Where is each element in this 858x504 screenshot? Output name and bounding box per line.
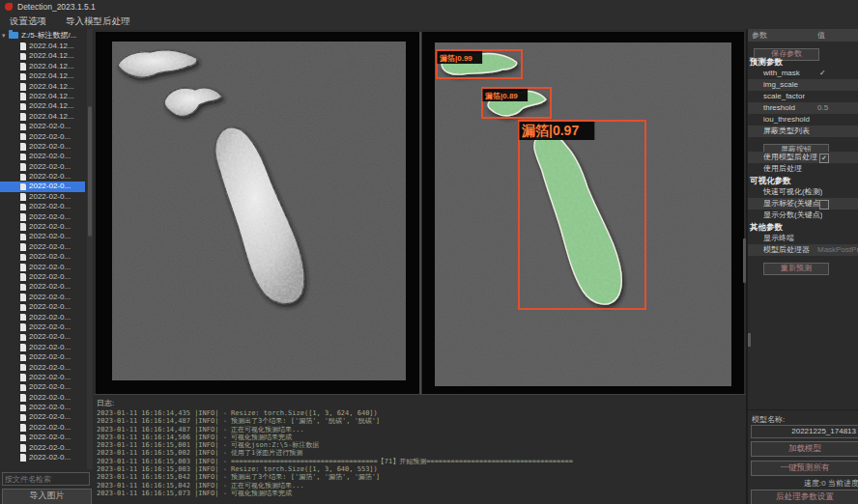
log-area[interactable]: 日志: 2023-01-11 16:16:14,435 |INFO| - Res… [94,394,746,504]
file-icon [20,354,26,362]
file-item[interactable]: 2022-02-0... [0,433,85,442]
file-item[interactable]: 2022-02-0... [0,252,85,262]
file-item-label: 2022-02-0... [29,343,71,352]
file-item[interactable]: 2022-02-0... [0,132,85,142]
param-row[interactable]: 显示分数(关键点) [748,210,858,221]
file-item[interactable]: 2022-02-0... [0,122,85,131]
param-row[interactable]: iou_threshold [748,114,858,126]
file-item[interactable]: 2022-02-0... [0,232,85,241]
image-panel-right[interactable]: 漏箔|0.99漏箔|0.89漏箔|0.97 [422,32,744,394]
file-item-label: 2022-02-0... [29,272,71,282]
param-row[interactable]: 使用后处理 [748,163,858,175]
menu-item-1[interactable]: 导入模型后处理 [56,14,140,29]
scrollbar-thumb[interactable] [88,106,92,237]
search-input[interactable] [2,472,90,486]
app-window: Detection_2023.1.5.1 设置选项导入模型后处理 ▾ Z:/5-… [0,0,858,504]
postprocess-settings-button[interactable]: 后处理参数设置 [751,490,858,504]
file-item[interactable]: 2022-02-0... [0,382,85,392]
file-icon [20,53,26,61]
file-item[interactable]: 2022-02-0... [0,393,85,403]
file-item[interactable]: 2022-02-0... [0,343,85,352]
file-item-label: 2022-02-0... [29,453,71,462]
image-panel-left[interactable] [96,32,419,394]
param-label: 屏蔽类型列表 [748,126,810,137]
file-item[interactable]: 2022-02-0... [0,443,85,453]
file-item[interactable]: 2022-02-0... [0,272,85,282]
param-row[interactable]: 显示标签(关键点) [748,198,858,210]
tree-root[interactable]: ▾ Z:/5-标注数据/... [0,29,92,42]
file-item[interactable]: 2022-02-0... [0,192,85,202]
file-item[interactable]: 2022-02-0... [0,182,85,191]
file-item[interactable]: 2022-02-0... [0,373,85,382]
param-button[interactable]: 重新预测 [763,263,829,275]
param-row[interactable]: 模型后处理器MaskPostPro [748,244,858,256]
file-item[interactable]: 2022.04.12... [0,62,85,71]
params-header: 参数 值 [748,29,858,42]
file-item[interactable]: 2022-02-0... [0,453,85,462]
window-title: Detection_2023.1.5.1 [17,2,96,12]
model-name-field[interactable]: 20221225_174813 [751,425,858,438]
file-item-label: 2022-02-0... [29,433,71,442]
params-scrollbar-thumb[interactable] [748,333,751,347]
file-item[interactable]: 2022.04.12... [0,51,85,61]
file-item[interactable]: 2022-02-0... [0,412,85,422]
file-item[interactable]: 2022-02-0... [0,152,85,161]
file-item[interactable]: 2022-02-0... [0,313,85,322]
menu-item-0[interactable]: 设置选项 [0,14,56,29]
param-row[interactable]: 使用模型后处理✓ [748,152,858,163]
chevron-down-icon[interactable]: ▾ [2,29,9,42]
param-label: img_scale [748,79,798,91]
file-item-label: 2022.04.12... [29,92,74,101]
file-item[interactable]: 2022-02-0... [0,293,85,302]
file-item[interactable]: 2022-02-0... [0,363,85,373]
param-row[interactable]: scale_factor [748,91,858,102]
file-item[interactable]: 2022-02-0... [0,282,85,292]
file-icon [20,204,26,211]
file-icon [20,405,26,412]
file-item-label: 2022.04.12... [29,51,74,61]
param-row[interactable]: 显示终端 [748,233,858,244]
file-item[interactable]: 2022-02-0... [0,202,85,211]
file-list-scrollbar[interactable] [87,29,93,469]
file-item[interactable]: 2022-02-0... [0,222,85,232]
file-item[interactable]: 2022-02-0... [0,302,85,312]
file-item[interactable]: 2022-02-0... [0,322,85,332]
file-item[interactable]: 2022.04.12... [0,101,85,111]
file-item[interactable]: 2022-02-0... [0,352,85,362]
checkbox[interactable] [819,200,829,210]
file-item[interactable]: 2022-02-0... [0,403,85,412]
predict-all-button[interactable]: 一键预测所有 [751,461,858,476]
file-item[interactable]: 2022-02-0... [0,142,85,152]
file-item[interactable]: 2022.04.12... [0,82,85,92]
file-item[interactable]: 2022.04.12... [0,92,85,101]
file-item-label: 2022-02-0... [29,162,71,172]
file-item-label: 2022-02-0... [29,192,71,202]
checkbox[interactable]: ✓ [819,154,829,163]
import-image-button[interactable]: 导入图片 [2,489,92,504]
file-icon [20,154,26,161]
file-item[interactable]: 2022-02-0... [0,212,85,222]
file-item[interactable]: 2022-02-0... [0,172,85,182]
param-row[interactable]: with_mask✓ [748,68,858,79]
param-row[interactable]: img_scale [748,79,858,91]
file-icon [20,93,26,100]
file-tree: ▾ Z:/5-标注数据/... 2022.04.12...2022.04.12.… [0,29,92,469]
file-icon [20,414,26,422]
file-item[interactable]: 2022.04.12... [0,42,85,51]
load-model-button[interactable]: 加载模型 [751,441,858,457]
file-item-label: 2022-02-0... [29,182,71,191]
file-item[interactable]: 2022-02-0... [0,162,85,172]
param-row[interactable]: threshold0.5 [748,102,858,114]
prediction-image: 漏箔|0.99漏箔|0.89漏箔|0.97 [435,42,731,386]
file-item[interactable]: 2022.04.12... [0,71,85,81]
file-item[interactable]: 2022-02-0... [0,263,85,272]
file-item[interactable]: 2022-02-0... [0,423,85,433]
file-icon [20,454,26,462]
param-row[interactable]: 快速可视化(检测) [748,186,858,198]
file-item-label: 2022-02-0... [29,172,71,182]
param-section: 可视化参数 [748,175,858,186]
file-item[interactable]: 2022-02-0... [0,242,85,252]
file-item[interactable]: 2022.04.12... [0,112,85,122]
param-row[interactable]: 屏蔽类型列表 [748,126,858,137]
file-item[interactable]: 2022-02-0... [0,332,85,342]
